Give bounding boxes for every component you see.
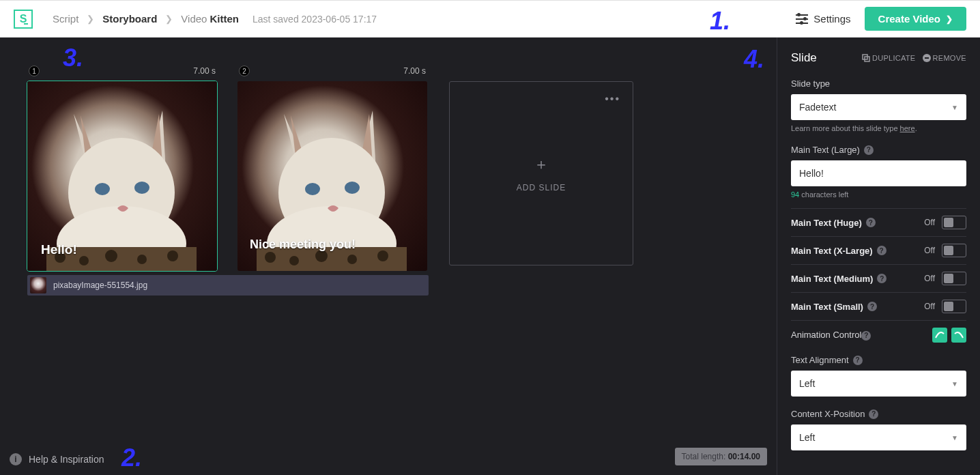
settings-label: Settings — [813, 13, 850, 25]
help-inspiration-link[interactable]: i Help & Inspiration — [10, 453, 104, 465]
app-header: S Script ❯ Storyboard ❯ Video Kitten Las… — [0, 0, 980, 38]
app-logo[interactable]: S — [14, 10, 33, 29]
svg-point-8 — [137, 255, 147, 264]
toggle-state: Off — [924, 218, 935, 227]
caret-down-icon: ▼ — [951, 104, 958, 111]
svg-point-7 — [105, 250, 117, 262]
help-icon[interactable]: ? — [869, 409, 878, 419]
help-icon[interactable]: ? — [867, 302, 877, 311]
slide-duration: 7.00 s — [193, 66, 216, 76]
toggle-state: Off — [924, 274, 935, 283]
slide-duration: 7.00 s — [403, 66, 426, 76]
attachment-filename: pixabayImage-551554.jpg — [53, 280, 147, 290]
help-icon[interactable]: ? — [853, 356, 863, 365]
svg-point-6 — [79, 256, 89, 265]
slide-column: 1 7.00 s — [27, 65, 217, 271]
remove-icon — [923, 54, 931, 62]
sliders-icon — [796, 14, 808, 24]
info-icon: i — [10, 453, 22, 465]
svg-point-2 — [95, 183, 110, 195]
svg-point-18 — [347, 255, 357, 264]
toggle-switch[interactable] — [942, 244, 966, 257]
help-icon[interactable]: ? — [877, 246, 887, 255]
add-slide-button[interactable]: ••• ＋ ADD SLIDE — [449, 81, 633, 265]
help-icon[interactable]: ? — [864, 145, 874, 155]
slide-attachment[interactable]: pixabayImage-551554.jpg — [27, 275, 429, 296]
toggle-row-medium: Main Text (Medium)? Off — [791, 264, 966, 292]
toggle-switch[interactable] — [942, 300, 966, 313]
breadcrumb-storyboard[interactable]: Storyboard — [100, 13, 160, 25]
help-icon[interactable]: ? — [866, 218, 876, 227]
last-saved-label: Last saved 2023-06-05 17:17 — [253, 14, 377, 25]
chevron-right-icon: ❯ — [81, 14, 100, 24]
slide-type-hint: Learn more about this slide type here. — [791, 124, 966, 132]
remove-slide-button[interactable]: REMOVE — [923, 54, 966, 62]
chevron-right-icon: ❯ — [160, 14, 178, 24]
svg-point-16 — [289, 256, 299, 265]
slide-type-label: Slide type — [791, 78, 966, 89]
slide-thumbnail[interactable]: Nice meeting you! — [237, 81, 427, 271]
svg-point-9 — [167, 250, 178, 261]
create-video-button[interactable]: Create Video ❯ — [865, 7, 966, 31]
text-alignment-label: Text Alignment? — [791, 355, 966, 365]
breadcrumb-video[interactable]: Video — [178, 13, 210, 25]
duplicate-slide-button[interactable]: DUPLICATE — [862, 54, 916, 62]
storyboard-canvas: 1 7.00 s — [0, 38, 777, 475]
slide-thumbnail[interactable]: Hello! — [27, 81, 217, 271]
slide-properties-panel: Slide DUPLICATE REMOVE Slide type Fadete… — [777, 38, 980, 475]
duplicate-icon — [862, 54, 870, 62]
animation-out-button[interactable] — [951, 328, 966, 343]
plus-icon: ＋ — [534, 154, 549, 175]
chars-left-label: 94 characters left — [791, 190, 966, 199]
help-icon[interactable]: ? — [861, 331, 871, 341]
toggle-row-small: Main Text (Small)? Off — [791, 292, 966, 320]
toggle-state: Off — [924, 302, 935, 311]
svg-point-12 — [305, 183, 320, 195]
help-icon[interactable]: ? — [877, 274, 887, 283]
animation-in-button[interactable] — [932, 328, 947, 343]
animation-control-row: Animation Control? — [791, 320, 966, 349]
slide-type-select[interactable]: Fadetext ▼ — [791, 94, 966, 120]
content-xpos-label: Content X-Position? — [791, 409, 966, 419]
toggle-row-huge: Main Text (Huge)? Off — [791, 208, 966, 236]
caret-down-icon: ▼ — [951, 434, 958, 442]
slide-number-badge: 2 — [239, 66, 250, 76]
text-alignment-select[interactable]: Left▼ — [791, 371, 966, 397]
caret-down-icon: ▼ — [951, 380, 958, 388]
svg-point-15 — [265, 252, 276, 263]
project-name: Kitten — [210, 13, 239, 25]
main-text-input[interactable] — [791, 160, 966, 186]
toggle-switch[interactable] — [942, 272, 966, 285]
breadcrumbs: Script ❯ Storyboard ❯ Video — [50, 13, 210, 25]
content-xpos-select[interactable]: Left▼ — [791, 424, 966, 450]
svg-point-3 — [134, 182, 149, 194]
panel-title: Slide — [791, 51, 817, 65]
svg-point-19 — [377, 250, 388, 261]
attachment-thumb — [30, 277, 46, 293]
slide-column: 2 7.00 s — [237, 65, 427, 271]
toggle-row-xlarge: Main Text (X-Large)? Off — [791, 236, 966, 264]
total-length-badge: Total length: 00:14.00 — [675, 448, 767, 465]
chevron-right-icon: ❯ — [946, 14, 953, 24]
toggle-switch[interactable] — [942, 216, 966, 229]
main-text-label: Main Text (Large) ? — [791, 145, 966, 155]
svg-point-13 — [345, 182, 360, 194]
slide-caption: Nice meeting you! — [250, 238, 356, 252]
settings-button[interactable]: Settings — [796, 13, 850, 25]
add-slide-label: ADD SLIDE — [517, 183, 566, 192]
toggle-state: Off — [924, 246, 935, 255]
slide-caption: Hello! — [41, 242, 77, 257]
more-icon[interactable]: ••• — [605, 93, 620, 105]
slide-type-learn-link[interactable]: here — [900, 124, 915, 132]
slide-number-badge: 1 — [29, 66, 40, 76]
breadcrumb-script[interactable]: Script — [50, 13, 81, 25]
